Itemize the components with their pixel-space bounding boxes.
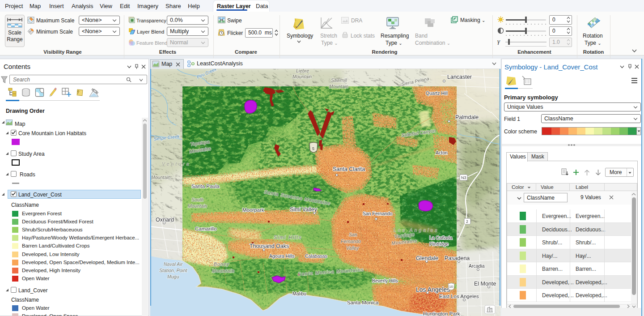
svg-text:Beverly Hills: Beverly Hills [372, 278, 398, 283]
svg-text:San Fernando: San Fernando [363, 211, 393, 216]
svg-text:Sawmill: Sawmill [331, 77, 347, 83]
svg-text:Moorpark: Moorpark [242, 207, 264, 213]
svg-text:N3: N3 [461, 175, 466, 180]
svg-text:San: San [349, 232, 357, 237]
svg-text:Simi Hills: Simi Hills [274, 235, 302, 240]
svg-text:Mountain: Mountain [329, 84, 348, 89]
svg-text:Flintridge: Flintridge [429, 241, 449, 247]
svg-text:Quartz Hill: Quartz Hill [426, 90, 448, 96]
svg-text:Pasadena: Pasadena [445, 255, 470, 261]
svg-text:Station, Point: Station, Point [159, 268, 188, 273]
svg-text:Lancaster: Lancaster [447, 74, 472, 80]
svg-text:Malibu: Malibu [292, 291, 306, 296]
svg-text:5: 5 [312, 146, 314, 151]
svg-text:Mountain: Mountain [212, 268, 235, 273]
svg-text:Camarillo: Camarillo [195, 226, 217, 231]
svg-text:Mountain: Mountain [292, 74, 312, 79]
svg-text:Thousand Oaks: Thousand Oaks [250, 243, 289, 249]
svg-text:Santa Monica: Santa Monica [347, 300, 379, 305]
svg-text:Santa Paula: Santa Paula [191, 184, 220, 189]
svg-text:South: South [191, 197, 204, 202]
svg-text:Boney: Boney [214, 261, 229, 267]
svg-text:Oxnard: Oxnard [156, 217, 174, 223]
svg-text:Valley: Valley [346, 245, 359, 251]
svg-text:Liebre: Liebre [296, 69, 309, 73]
svg-text:Los Angeles: Los Angeles [394, 227, 439, 233]
svg-text:Glendale: Glendale [416, 255, 438, 261]
svg-text:Mountain: Mountain [188, 203, 207, 209]
svg-text:Acton: Acton [436, 150, 448, 155]
svg-text:Mugu: Mugu [167, 274, 179, 279]
svg-text:El Monte: El Monte [474, 281, 496, 287]
svg-text:Palmdale: Palmdale [455, 114, 479, 120]
svg-text:Los Angeles: Los Angeles [416, 286, 450, 293]
svg-text:Fernando: Fernando [341, 239, 361, 244]
svg-text:10: 10 [449, 285, 453, 289]
svg-text:Arcadia: Arcadia [469, 263, 485, 269]
svg-text:East Los Angeles: East Los Angeles [439, 294, 479, 299]
svg-text:Naval Air: Naval Air [164, 261, 183, 267]
svg-text:Agoura Hills: Agoura Hills [269, 253, 295, 259]
svg-text:Simi Valley: Simi Valley [290, 206, 318, 213]
svg-text:Ventura: Ventura [162, 161, 191, 167]
svg-text:Calabasas: Calabasas [305, 253, 327, 259]
svg-text:Santa Clarita: Santa Clarita [333, 166, 365, 172]
svg-text:Huntington Park: Huntington Park [423, 311, 460, 316]
svg-text:Mountain: Mountain [151, 175, 170, 180]
svg-text:La Cañada: La Cañada [429, 235, 453, 240]
svg-text:2: 2 [466, 219, 468, 224]
